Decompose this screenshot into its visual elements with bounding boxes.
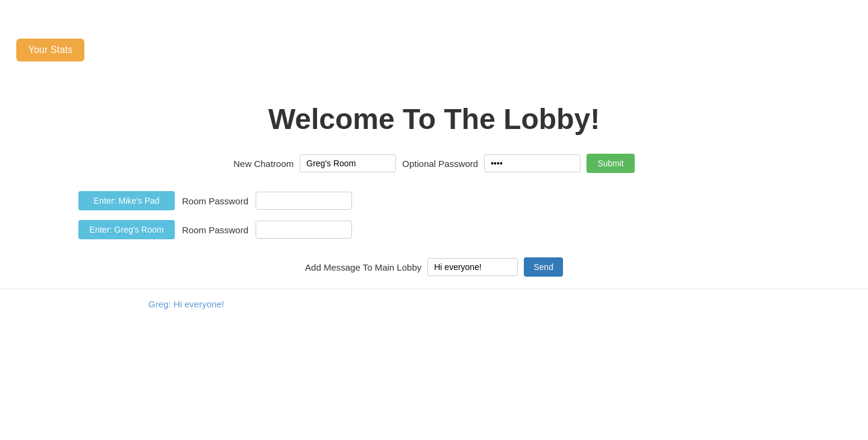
message-row: Add Message To Main Lobby Send (305, 257, 563, 277)
room-password-input-2[interactable] (256, 221, 352, 239)
message-item: Greg: Hi everyone! (148, 299, 868, 309)
room-row: Enter: Greg's Room Room Password (78, 220, 352, 239)
your-stats-button[interactable]: Your Stats (16, 39, 84, 61)
rooms-section: Enter: Mike's Pad Room Password Enter: G… (78, 191, 352, 239)
room-password-label-2: Room Password (182, 225, 248, 235)
main-content: Welcome To The Lobby! New Chatroom Optio… (0, 0, 868, 309)
enter-gregs-room-button[interactable]: Enter: Greg's Room (78, 220, 175, 239)
send-button[interactable]: Send (524, 257, 563, 277)
add-message-label: Add Message To Main Lobby (305, 262, 421, 272)
room-password-input-1[interactable] (256, 192, 352, 210)
submit-button[interactable]: Submit (587, 154, 635, 173)
room-row: Enter: Mike's Pad Room Password (78, 191, 352, 210)
new-chatroom-input[interactable] (300, 154, 396, 172)
room-password-label-1: Room Password (182, 196, 248, 206)
new-chatroom-label: New Chatroom (233, 159, 294, 169)
page-title: Welcome To The Lobby! (268, 102, 600, 136)
enter-mikes-pad-button[interactable]: Enter: Mike's Pad (78, 191, 175, 210)
message-input[interactable] (427, 258, 518, 276)
optional-password-label: Optional Password (402, 159, 478, 169)
optional-password-input[interactable] (484, 154, 580, 172)
messages-area: Greg: Hi everyone! (0, 299, 868, 309)
divider (0, 289, 868, 289)
new-chatroom-row: New Chatroom Optional Password Submit (233, 154, 635, 173)
